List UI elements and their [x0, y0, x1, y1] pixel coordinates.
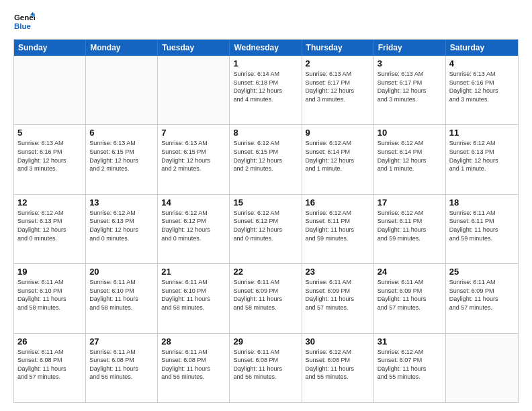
calendar-row: 19Sunrise: 6:11 AM Sunset: 6:10 PM Dayli… — [14, 263, 518, 332]
empty-cell — [86, 56, 158, 124]
day-info: Sunrise: 6:11 AM Sunset: 6:10 PM Dayligh… — [17, 278, 82, 312]
calendar-day-cell: 13Sunrise: 6:12 AM Sunset: 6:13 PM Dayli… — [86, 195, 158, 263]
day-number: 31 — [378, 336, 442, 347]
svg-text:Blue: Blue — [14, 22, 32, 30]
day-number: 27 — [89, 336, 154, 347]
day-info: Sunrise: 6:11 AM Sunset: 6:09 PM Dayligh… — [233, 278, 298, 312]
calendar-day-cell: 24Sunrise: 6:11 AM Sunset: 6:09 PM Dayli… — [374, 264, 446, 332]
calendar-day-cell: 19Sunrise: 6:11 AM Sunset: 6:10 PM Dayli… — [14, 264, 86, 332]
day-number: 13 — [89, 197, 154, 208]
day-number: 20 — [89, 267, 154, 277]
day-number: 26 — [17, 336, 82, 347]
day-number: 16 — [306, 197, 370, 208]
calendar-day-cell: 26Sunrise: 6:11 AM Sunset: 6:08 PM Dayli… — [14, 334, 86, 402]
day-number: 9 — [306, 128, 370, 138]
day-number: 21 — [161, 267, 226, 277]
day-info: Sunrise: 6:12 AM Sunset: 6:15 PM Dayligh… — [233, 139, 298, 173]
day-info: Sunrise: 6:11 AM Sunset: 6:09 PM Dayligh… — [378, 278, 442, 312]
day-info: Sunrise: 6:12 AM Sunset: 6:12 PM Dayligh… — [161, 209, 226, 242]
calendar-row: 12Sunrise: 6:12 AM Sunset: 6:13 PM Dayli… — [14, 194, 518, 263]
calendar-day-cell: 31Sunrise: 6:12 AM Sunset: 6:07 PM Dayli… — [374, 334, 446, 402]
day-info: Sunrise: 6:12 AM Sunset: 6:13 PM Dayligh… — [449, 139, 515, 173]
weekday-header: Thursday — [302, 40, 374, 56]
calendar-day-cell: 21Sunrise: 6:11 AM Sunset: 6:10 PM Dayli… — [158, 264, 230, 332]
calendar-header: SundayMondayTuesdayWednesdayThursdayFrid… — [14, 40, 518, 56]
day-info: Sunrise: 6:11 AM Sunset: 6:08 PM Dayligh… — [233, 348, 298, 381]
calendar-day-cell: 16Sunrise: 6:12 AM Sunset: 6:11 PM Dayli… — [302, 195, 374, 263]
calendar-day-cell: 20Sunrise: 6:11 AM Sunset: 6:10 PM Dayli… — [86, 264, 158, 332]
calendar-day-cell: 12Sunrise: 6:12 AM Sunset: 6:13 PM Dayli… — [14, 195, 86, 263]
day-number: 12 — [17, 197, 82, 208]
day-info: Sunrise: 6:13 AM Sunset: 6:17 PM Dayligh… — [378, 70, 442, 103]
calendar-day-cell: 25Sunrise: 6:11 AM Sunset: 6:09 PM Dayli… — [446, 264, 518, 332]
day-info: Sunrise: 6:12 AM Sunset: 6:07 PM Dayligh… — [378, 348, 442, 381]
weekday-header: Saturday — [446, 40, 518, 56]
day-number: 10 — [378, 128, 442, 138]
weekday-header: Monday — [86, 40, 158, 56]
day-number: 24 — [378, 267, 442, 277]
day-number: 29 — [233, 336, 298, 347]
day-info: Sunrise: 6:13 AM Sunset: 6:16 PM Dayligh… — [449, 70, 515, 103]
day-info: Sunrise: 6:12 AM Sunset: 6:08 PM Dayligh… — [306, 348, 370, 381]
calendar-row: 26Sunrise: 6:11 AM Sunset: 6:08 PM Dayli… — [14, 333, 518, 402]
header: General Blue — [13, 11, 519, 32]
day-number: 14 — [161, 197, 226, 208]
calendar-day-cell: 1Sunrise: 6:14 AM Sunset: 6:18 PM Daylig… — [230, 56, 302, 124]
empty-cell — [446, 334, 518, 402]
empty-cell — [158, 56, 230, 124]
day-info: Sunrise: 6:11 AM Sunset: 6:09 PM Dayligh… — [449, 278, 515, 312]
day-info: Sunrise: 6:14 AM Sunset: 6:18 PM Dayligh… — [233, 70, 298, 103]
calendar-row: 1Sunrise: 6:14 AM Sunset: 6:18 PM Daylig… — [14, 56, 518, 124]
day-number: 18 — [449, 197, 515, 208]
calendar-day-cell: 7Sunrise: 6:13 AM Sunset: 6:15 PM Daylig… — [158, 125, 230, 193]
calendar-day-cell: 8Sunrise: 6:12 AM Sunset: 6:15 PM Daylig… — [230, 125, 302, 193]
day-number: 8 — [233, 128, 298, 138]
day-info: Sunrise: 6:11 AM Sunset: 6:11 PM Dayligh… — [449, 209, 515, 242]
calendar-day-cell: 14Sunrise: 6:12 AM Sunset: 6:12 PM Dayli… — [158, 195, 230, 263]
calendar: SundayMondayTuesdayWednesdayThursdayFrid… — [13, 39, 519, 403]
day-number: 7 — [161, 128, 226, 138]
day-number: 17 — [378, 197, 442, 208]
weekday-header: Tuesday — [158, 40, 230, 56]
calendar-day-cell: 2Sunrise: 6:13 AM Sunset: 6:17 PM Daylig… — [302, 56, 374, 124]
day-number: 19 — [17, 267, 82, 277]
empty-cell — [14, 56, 86, 124]
day-number: 4 — [449, 58, 515, 68]
day-info: Sunrise: 6:12 AM Sunset: 6:12 PM Dayligh… — [233, 209, 298, 242]
day-info: Sunrise: 6:12 AM Sunset: 6:11 PM Dayligh… — [378, 209, 442, 242]
page: General Blue SundayMondayTuesdayWednesda… — [0, 0, 532, 411]
day-number: 23 — [306, 267, 370, 277]
day-info: Sunrise: 6:12 AM Sunset: 6:13 PM Dayligh… — [89, 209, 154, 242]
day-number: 6 — [89, 128, 154, 138]
day-info: Sunrise: 6:11 AM Sunset: 6:10 PM Dayligh… — [161, 278, 226, 312]
logo-icon: General Blue — [13, 11, 35, 32]
calendar-day-cell: 27Sunrise: 6:11 AM Sunset: 6:08 PM Dayli… — [86, 334, 158, 402]
day-number: 2 — [306, 58, 370, 68]
day-info: Sunrise: 6:12 AM Sunset: 6:11 PM Dayligh… — [306, 209, 370, 242]
weekday-header: Sunday — [14, 40, 86, 56]
day-info: Sunrise: 6:11 AM Sunset: 6:08 PM Dayligh… — [161, 348, 226, 381]
calendar-body: 1Sunrise: 6:14 AM Sunset: 6:18 PM Daylig… — [14, 56, 518, 402]
day-info: Sunrise: 6:11 AM Sunset: 6:09 PM Dayligh… — [306, 278, 370, 312]
day-info: Sunrise: 6:11 AM Sunset: 6:08 PM Dayligh… — [17, 348, 82, 381]
calendar-day-cell: 11Sunrise: 6:12 AM Sunset: 6:13 PM Dayli… — [446, 125, 518, 193]
calendar-row: 5Sunrise: 6:13 AM Sunset: 6:16 PM Daylig… — [14, 124, 518, 193]
day-number: 5 — [17, 128, 82, 138]
weekday-header: Wednesday — [230, 40, 302, 56]
calendar-day-cell: 22Sunrise: 6:11 AM Sunset: 6:09 PM Dayli… — [230, 264, 302, 332]
day-info: Sunrise: 6:12 AM Sunset: 6:14 PM Dayligh… — [378, 139, 442, 173]
day-number: 30 — [306, 336, 370, 347]
weekday-header: Friday — [374, 40, 446, 56]
calendar-day-cell: 3Sunrise: 6:13 AM Sunset: 6:17 PM Daylig… — [374, 56, 446, 124]
calendar-day-cell: 28Sunrise: 6:11 AM Sunset: 6:08 PM Dayli… — [158, 334, 230, 402]
day-info: Sunrise: 6:13 AM Sunset: 6:16 PM Dayligh… — [17, 139, 82, 173]
day-number: 15 — [233, 197, 298, 208]
calendar-day-cell: 17Sunrise: 6:12 AM Sunset: 6:11 PM Dayli… — [374, 195, 446, 263]
calendar-day-cell: 5Sunrise: 6:13 AM Sunset: 6:16 PM Daylig… — [14, 125, 86, 193]
day-number: 3 — [378, 58, 442, 68]
day-info: Sunrise: 6:13 AM Sunset: 6:15 PM Dayligh… — [89, 139, 154, 173]
day-number: 28 — [161, 336, 226, 347]
day-number: 22 — [233, 267, 298, 277]
day-info: Sunrise: 6:13 AM Sunset: 6:15 PM Dayligh… — [161, 139, 226, 173]
day-info: Sunrise: 6:11 AM Sunset: 6:08 PM Dayligh… — [89, 348, 154, 381]
